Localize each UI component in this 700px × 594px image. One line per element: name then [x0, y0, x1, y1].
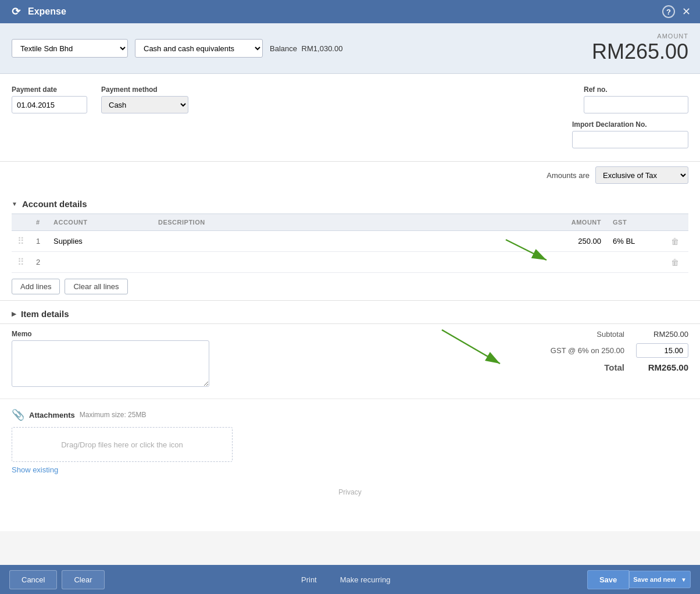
col-num: # [30, 214, 48, 231]
attachment-title: Attachments [29, 411, 75, 419]
gst-input-2[interactable] [613, 258, 659, 266]
footer-right: Save Save and new ▼ [587, 570, 691, 589]
cancel-button[interactable]: Cancel [9, 570, 57, 589]
ref-no-label: Ref no. [584, 86, 608, 94]
col-drag [12, 214, 30, 231]
ref-no-input[interactable] [584, 96, 688, 113]
col-account: ACCOUNT [48, 214, 152, 231]
header-left: ⟳ Expense [9, 5, 66, 18]
top-bar: Textile Sdn Bhd Cash and cash equivalent… [0, 23, 700, 74]
gst-label: GST @ 6% on 250.00 [551, 346, 624, 355]
memo-section: Memo [12, 330, 209, 387]
svg-line-3 [442, 330, 500, 364]
description-input-1[interactable] [158, 237, 531, 246]
amount-value: RM265.00 [592, 40, 688, 64]
amounts-are-row: Amounts are Exclusive of Tax Inclusive o… [0, 162, 700, 191]
app-header: ⟳ Expense ? ✕ [0, 0, 700, 23]
form-row: Payment date Payment method Cash Credit … [12, 86, 688, 148]
table-actions: Add lines Clear all lines [0, 273, 700, 300]
bottom-area: Memo Subtotal RM250.00 GST @ 6% on 250.0… [0, 323, 700, 399]
description-input-2[interactable] [158, 258, 531, 266]
section-arrow-right: ▶ [12, 311, 16, 317]
account-table: # ACCOUNT DESCRIPTION AMOUNT GST ⠿ 1 🗑 ⠿… [12, 214, 688, 273]
top-left: Textile Sdn Bhd Cash and cash equivalent… [12, 39, 342, 58]
save-dropdown-button[interactable]: Save and new ▼ [629, 571, 691, 588]
clear-all-lines-button[interactable]: Clear all lines [65, 279, 127, 294]
import-declaration-label: Import Declaration No. [572, 120, 647, 129]
delete-row-1[interactable]: 🗑 [671, 237, 679, 246]
payment-date-group: Payment date [12, 86, 87, 113]
save-new-label: Save and new [633, 576, 676, 583]
show-existing-link[interactable]: Show existing [12, 465, 58, 474]
add-lines-button[interactable]: Add lines [12, 279, 60, 294]
account-input-2[interactable] [53, 258, 147, 266]
table-container: # ACCOUNT DESCRIPTION AMOUNT GST ⠿ 1 🗑 ⠿… [0, 214, 700, 273]
dropdown-arrow-icon: ▼ [681, 577, 687, 583]
ref-no-group: Ref no. [584, 86, 688, 113]
save-button[interactable]: Save [587, 570, 629, 589]
item-details-header[interactable]: ▶ Item details [0, 300, 700, 323]
drop-zone-text: Drag/Drop files here or click the icon [61, 440, 183, 449]
payment-date-input[interactable] [12, 96, 87, 113]
payment-date-label: Payment date [12, 86, 87, 94]
app-title: Expense [28, 6, 66, 17]
clear-button[interactable]: Clear [62, 570, 104, 589]
payment-method-select[interactable]: Cash Credit Card Bank Transfer [101, 96, 188, 113]
table-row: ⠿ 2 🗑 [12, 252, 688, 273]
help-icon[interactable]: ? [662, 5, 675, 18]
balance-value: RM1,030.00 [302, 44, 343, 53]
table-row: ⠿ 1 🗑 [12, 231, 688, 252]
col-amount: AMOUNT [537, 214, 607, 231]
import-declaration-group: Import Declaration No. [572, 120, 688, 148]
balance-label: Balance [270, 44, 297, 53]
amount-label: AMOUNT [592, 33, 688, 40]
memo-label: Memo [12, 330, 209, 338]
print-button[interactable]: Print [295, 571, 323, 589]
subtotal-label: Subtotal [597, 330, 624, 339]
footer: Cancel Clear Print Make recurring Save S… [0, 565, 700, 594]
footer-left: Cancel Clear [9, 570, 105, 589]
amount-input-2[interactable] [543, 258, 601, 266]
delete-row-2[interactable]: 🗑 [671, 258, 679, 267]
amount-input-1[interactable] [543, 237, 601, 246]
drag-handle[interactable]: ⠿ [17, 236, 24, 246]
total-value: RM265.00 [636, 362, 688, 372]
account-select[interactable]: Cash and cash equivalents [135, 39, 263, 58]
attachment-icon: 📎 [12, 408, 24, 421]
footer-center: Print Make recurring [295, 571, 396, 589]
vendor-select[interactable]: Textile Sdn Bhd [12, 39, 128, 58]
summary-section: Subtotal RM250.00 GST @ 6% on 250.00 Tot… [526, 330, 688, 372]
row-num-1: 1 [30, 231, 48, 252]
privacy-text: Privacy [0, 483, 700, 531]
drag-handle[interactable]: ⠿ [17, 257, 24, 267]
account-details-title: Account details [22, 199, 87, 209]
memo-textarea[interactable] [12, 340, 209, 387]
refresh-icon[interactable]: ⟳ [9, 5, 22, 18]
balance-display: Balance RM1,030.00 [270, 44, 342, 53]
form-section: Payment date Payment method Cash Credit … [0, 74, 700, 162]
amounts-are-select[interactable]: Exclusive of Tax Inclusive of Tax No Tax [595, 166, 688, 184]
subtotal-row: Subtotal RM250.00 [526, 330, 688, 339]
payment-method-group: Payment method Cash Credit Card Bank Tra… [101, 86, 188, 113]
close-icon[interactable]: ✕ [682, 5, 691, 18]
gst-input-summary[interactable] [636, 343, 688, 358]
gst-input-1[interactable] [613, 237, 659, 246]
account-details-header[interactable]: ▼ Account details [0, 191, 700, 214]
import-declaration-input[interactable] [572, 131, 688, 148]
amounts-are-label: Amounts are [547, 171, 590, 180]
account-input-1[interactable] [53, 237, 147, 246]
header-right: ? ✕ [662, 5, 691, 18]
payment-method-label: Payment method [101, 86, 188, 94]
subtotal-value: RM250.00 [636, 330, 688, 339]
ref-section: Ref no. Import Declaration No. [572, 86, 688, 148]
gst-row: GST @ 6% on 250.00 [526, 343, 688, 358]
col-gst: GST [607, 214, 665, 231]
drop-zone[interactable]: Drag/Drop files here or click the icon [12, 427, 233, 462]
col-description: DESCRIPTION [152, 214, 537, 231]
col-delete [665, 214, 688, 231]
amount-display: AMOUNT RM265.00 [592, 33, 688, 64]
make-recurring-button[interactable]: Make recurring [334, 571, 397, 589]
attachment-header: 📎 Attachments Maximum size: 25MB [12, 408, 688, 421]
total-label: Total [604, 362, 624, 372]
item-details-title: Item details [21, 309, 69, 319]
